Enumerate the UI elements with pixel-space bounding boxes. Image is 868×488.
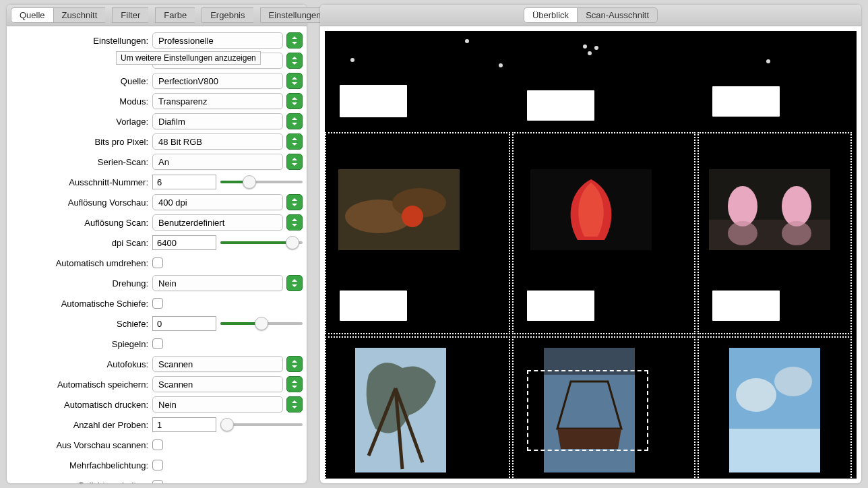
dropdown-toggle-icon[interactable] [286,214,303,231]
label-auto-speichern: Automatisch speichern: [11,379,152,390]
tooltip: Um weitere Einstellungen anzuzeigen [116,51,261,65]
preview-panel: Überblick Scan-Ausschnitt [320,5,861,483]
dropdown-toggle-icon[interactable] [286,154,303,170]
dropdown-toggle-icon[interactable] [286,275,303,291]
dropdown-toggle-icon[interactable] [286,396,303,413]
dropdown-value: 48 Bit RGB [153,137,282,147]
slider-dpi[interactable] [220,236,303,249]
checkbox-auto-schiefe[interactable] [152,298,163,309]
tab-einstellungen[interactable]: Einstellungen [260,7,330,23]
checkbox-auto-umdrehen[interactable] [152,257,163,268]
label-mehrfach: Mehrfachbelichtung: [11,460,152,470]
dropdown-toggle-icon[interactable] [286,53,303,69]
preview-thumbnail-3[interactable] [709,169,830,250]
film-sprocket [527,90,594,121]
label-vorschau-scan: Aus Vorschau scannen: [11,440,152,450]
input-dpi-scan[interactable] [152,235,216,250]
dropdown-value: An [153,157,282,167]
film-sprocket [527,291,594,321]
svg-point-15 [736,378,776,412]
label-auto-umdrehen: Automatisch umdrehen: [11,258,152,268]
dropdown-drehung[interactable]: Nein [152,275,283,291]
label-dpi-scan: dpi Scan: [11,238,152,248]
svg-rect-17 [729,429,820,472]
label-serien: Serien-Scan: [11,157,152,167]
preview-dot [350,58,354,62]
checkbox-spiegeln[interactable] [152,338,163,349]
label-auto-schiefe: Automatische Schiefe: [11,299,152,309]
label-auto-drucken: Automatisch drucken: [11,400,152,410]
left-tabbar: Quelle Zuschnitt Filter Farbe Ergebnis E… [7,5,307,26]
label-spiegeln: Spiegeln: [11,339,152,349]
tab-zuschnitt[interactable]: Zuschnitt [53,7,106,23]
svg-point-16 [774,367,812,396]
dropdown-toggle-icon[interactable] [286,93,303,109]
checkbox-mehrfach[interactable] [152,460,163,470]
film-sprocket [340,85,407,117]
svg-point-7 [728,186,757,226]
settings-panel: Quelle Zuschnitt Filter Farbe Ergebnis E… [7,5,307,483]
slider-proben[interactable] [220,418,303,431]
dropdown-einstellungen[interactable]: Professionelle [152,32,283,49]
dropdown-value: Scannen [153,379,282,390]
preview-dot [588,51,592,55]
input-ausschnitt-nummer[interactable] [152,175,216,189]
dropdown-auto-drucken[interactable]: Nein [152,396,283,413]
tab-quelle[interactable]: Quelle [11,7,53,23]
dropdown-quelle[interactable]: PerfectionV800 [152,73,283,89]
dropdown-toggle-icon[interactable] [286,376,303,392]
tab-scan-ausschnitt[interactable]: Scan-Ausschnitt [577,7,658,23]
tab-filter[interactable]: Filter [112,7,148,23]
label-autofokus: Autofokus: [11,359,152,369]
tab-ergebnis[interactable]: Ergebnis [202,7,253,23]
checkbox-belichtung[interactable] [152,480,163,483]
preview-dot [594,46,598,50]
preview-area[interactable] [325,31,857,479]
dropdown-value: 400 dpi [153,197,282,208]
slider-ausschnitt[interactable] [220,175,303,189]
dropdown-toggle-icon[interactable] [286,133,303,150]
label-aufl-vorschau: Auflösung Vorschau: [11,197,152,208]
dropdown-value: Nein [153,278,282,288]
label-modus: Modus: [11,96,152,106]
preview-dot [583,44,587,49]
dropdown-toggle-icon[interactable] [286,32,303,49]
svg-point-9 [728,221,757,245]
dropdown-toggle-icon[interactable] [286,194,303,210]
dropdown-vorlage[interactable]: Diafilm [152,113,283,129]
dropdown-value: Nein [153,400,282,410]
preview-thumbnail-1[interactable] [338,169,460,250]
dropdown-auto-speichern[interactable]: Scannen [152,376,283,392]
preview-thumbnail-4[interactable] [355,348,446,472]
preview-thumbnail-6[interactable] [729,348,820,472]
svg-point-3 [402,206,423,227]
dropdown-aufl-scan[interactable]: Benutzerdefiniert [152,214,283,231]
dropdown-toggle-icon[interactable] [286,113,303,129]
dropdown-toggle-icon[interactable] [286,356,303,372]
dropdown-modus[interactable]: Transparenz [152,93,283,109]
input-proben[interactable] [152,417,216,432]
preview-dot [766,59,770,63]
tab-ueberblick[interactable]: Überblick [524,7,577,23]
label-belichtung: Belichtung halten: [11,481,152,484]
slider-schiefe[interactable] [220,317,303,330]
dropdown-bits[interactable]: 48 Bit RGB [152,133,283,150]
dropdown-aufl-vorschau[interactable]: 400 dpi [152,194,283,210]
tab-farbe[interactable]: Farbe [155,7,195,23]
dropdown-value: PerfectionV800 [153,76,282,86]
label-bits: Bits pro Pixel: [11,137,152,147]
dropdown-autofokus[interactable]: Scannen [152,356,283,372]
dropdown-serien[interactable]: An [152,154,283,170]
preview-thumbnail-2[interactable] [530,169,652,250]
dropdown-value: Transparenz [153,96,282,106]
svg-rect-13 [544,348,635,375]
right-tabbar: Überblick Scan-Ausschnitt [320,5,861,26]
label-einstellungen: Einstellungen: [11,36,152,46]
input-schiefe[interactable] [152,316,216,331]
dropdown-value: Professionelle [153,36,282,46]
preview-thumbnail-5[interactable] [544,348,635,472]
dropdown-toggle-icon[interactable] [286,73,303,89]
label-ausschnitt-nummer: Ausschnitt-Nummer: [11,177,152,187]
label-drehung: Drehung: [11,278,152,288]
checkbox-vorschau-scan[interactable] [152,439,163,450]
